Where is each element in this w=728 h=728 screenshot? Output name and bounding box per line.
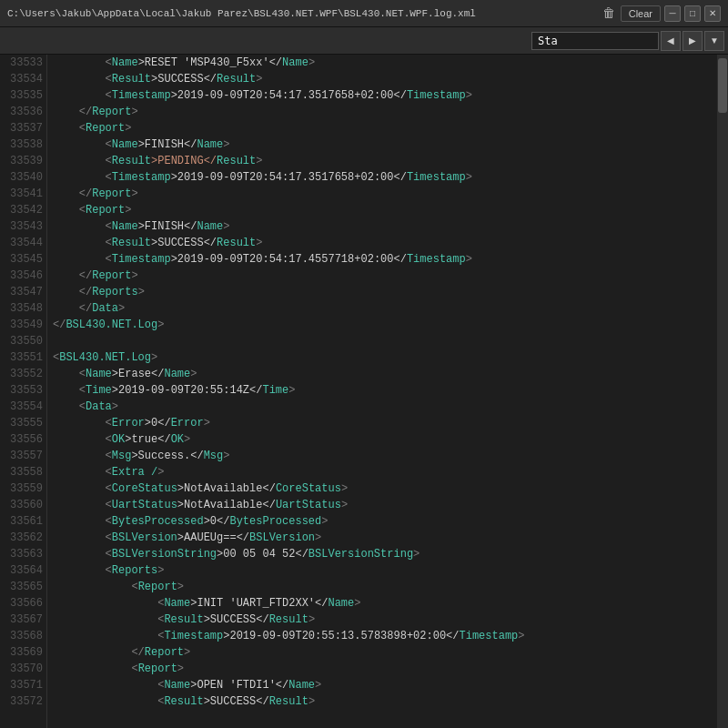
table-row: <Name>Erase</Name>: [53, 366, 712, 382]
search-menu-button[interactable]: ▼: [704, 31, 724, 51]
table-row: <Timestamp>2019-09-09T20:54:17.3517658+0…: [53, 87, 712, 104]
table-row: <Report>: [53, 579, 712, 595]
table-row: <Report>: [53, 202, 712, 218]
table-row: <Reports>: [53, 562, 712, 579]
maximize-button[interactable]: □: [684, 5, 701, 22]
table-row: </Report>: [53, 644, 712, 661]
table-row: </Report>: [53, 268, 712, 284]
table-row: <CoreStatus>NotAvailable</CoreStatus>: [53, 480, 712, 497]
table-row: <Timestamp>2019-09-09T20:54:17.3517658+0…: [53, 169, 712, 186]
content-area: 3353333534335353353633537335383353933540…: [0, 55, 728, 728]
table-row: <Report>: [53, 661, 712, 677]
table-row: <Report>: [53, 120, 712, 136]
table-row: <Result>SUCCESS</Result>: [53, 612, 712, 628]
minimize-button[interactable]: ─: [664, 5, 681, 22]
table-row: <Error>0</Error>: [53, 415, 712, 431]
table-row: <BSL430.NET.Log>: [53, 349, 712, 366]
title-bar: C:\Users\Jakub\AppData\Local\Jakub Parez…: [0, 0, 728, 27]
table-row: <Msg>Success.</Msg>: [53, 448, 712, 464]
trash-icon: 🗑: [602, 6, 615, 21]
table-row: <Data>: [53, 399, 712, 415]
table-row: <Result>PENDING</Result>: [53, 153, 712, 169]
code-area: <Name>RESET 'MSP430_F5xx'</Name> <Result…: [47, 55, 717, 728]
table-row: <BytesProcessed>0</BytesProcessed>: [53, 513, 712, 530]
search-bar: ◀ ▶ ▼: [0, 27, 728, 55]
search-input[interactable]: [531, 32, 659, 50]
table-row: <Timestamp>2019-09-09T20:54:17.4557718+0…: [53, 251, 712, 268]
table-row: </Reports>: [53, 284, 712, 300]
clear-button[interactable]: Clear: [621, 5, 661, 22]
scrollbar-thumb[interactable]: [718, 58, 727, 113]
search-prev-button[interactable]: ◀: [661, 31, 681, 51]
search-next-button[interactable]: ▶: [682, 31, 703, 51]
table-row: <Name>FINISH</Name>: [53, 218, 712, 235]
table-row: <Name>RESET 'MSP430_F5xx'</Name>: [53, 55, 712, 71]
table-row: <Name>FINISH</Name>: [53, 136, 712, 153]
table-row: </Report>: [53, 104, 712, 120]
table-row: </Report>: [53, 186, 712, 202]
table-row: <BSLVersion>AAUEUg==</BSLVersion>: [53, 530, 712, 546]
table-row: <Name>INIT 'UART_FTD2XX'</Name>: [53, 595, 712, 612]
table-row: <Result>SUCCESS</Result>: [53, 693, 712, 710]
table-row: </BSL430.NET.Log>: [53, 317, 712, 333]
table-row: <Timestamp>2019-09-09T20:55:13.5783898+0…: [53, 628, 712, 644]
table-row: <UartStatus>NotAvailable</UartStatus>: [53, 497, 712, 513]
table-row: <OK>true</OK>: [53, 431, 712, 448]
table-row: <Result>SUCCESS</Result>: [53, 235, 712, 251]
table-row: <Name>OPEN 'FTDI1'</Name>: [53, 677, 712, 693]
table-row: <BSLVersionString>00 05 04 52</BSLVersio…: [53, 546, 712, 562]
title-text: C:\Users\Jakub\AppData\Local\Jakub Parez…: [7, 8, 602, 19]
line-numbers: 3353333534335353353633537335383353933540…: [0, 55, 47, 728]
table-row: <Result>SUCCESS</Result>: [53, 71, 712, 87]
scrollbar[interactable]: [717, 55, 728, 728]
title-icons: 🗑 Clear ─ □ ✕: [602, 5, 721, 22]
table-row: [53, 333, 712, 349]
close-button[interactable]: ✕: [704, 5, 721, 22]
table-row: <Extra />: [53, 464, 712, 480]
table-row: <Time>2019-09-09T20:55:14Z</Time>: [53, 382, 712, 399]
table-row: </Data>: [53, 300, 712, 317]
